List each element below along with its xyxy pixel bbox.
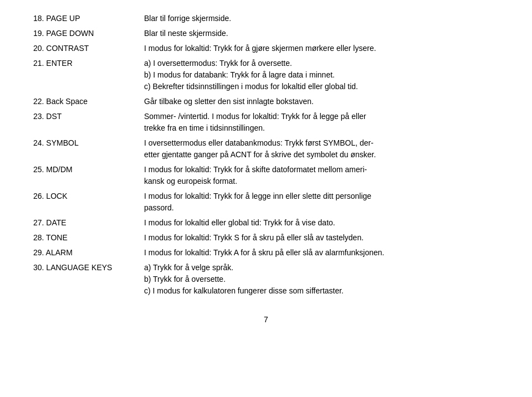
desc-cell: I modus for lokaltid: Trykk A for å skru… — [144, 245, 499, 260]
table-row: 28. TONEI modus for lokaltid: Trykk S fo… — [33, 230, 499, 245]
desc-cell: Sommer- /vintertid. I modus for lokaltid… — [144, 109, 499, 136]
table-row: 21. ENTERa) I oversettermodus: Trykk for… — [33, 56, 499, 94]
table-row: 27. DATEI modus for lokaltid eller globa… — [33, 215, 499, 230]
key-cell: 19. PAGE DOWN — [33, 26, 144, 41]
desc-cell: a) Trykk for å velge språk.b) Trykk for … — [144, 260, 499, 298]
desc-cell: Blar til neste skjermside. — [144, 26, 499, 41]
page-number: 7 — [33, 315, 499, 324]
key-cell: 23. DST — [33, 109, 144, 136]
key-cell: 22. Back Space — [33, 94, 144, 109]
desc-cell: I oversettermodus eller databankmodus: T… — [144, 136, 499, 162]
key-cell: 29. ALARM — [33, 245, 144, 260]
key-cell: 26. LOCK — [33, 189, 144, 215]
desc-cell: Blar til forrige skjermside. — [144, 11, 499, 26]
table-row: 19. PAGE DOWNBlar til neste skjermside. — [33, 26, 499, 41]
key-cell: 28. TONE — [33, 230, 144, 245]
key-cell: 25. MD/DM — [33, 162, 144, 189]
key-cell: 20. CONTRAST — [33, 41, 144, 56]
table-row: 20. CONTRASTI modus for lokaltid: Trykk … — [33, 41, 499, 56]
desc-cell: I modus for lokaltid: Trykk for å legge … — [144, 189, 499, 215]
desc-cell: Går tilbake og sletter den sist innlagte… — [144, 94, 499, 109]
key-cell: 18. PAGE UP — [33, 11, 144, 26]
key-cell: 30. LANGUAGE KEYS — [33, 260, 144, 298]
table-row: 22. Back SpaceGår tilbake og sletter den… — [33, 94, 499, 109]
desc-cell: I modus for lokaltid: Trykk for å skifte… — [144, 162, 499, 189]
desc-cell: I modus for lokaltid: Trykk S for å skru… — [144, 230, 499, 245]
table-row: 29. ALARMI modus for lokaltid: Trykk A f… — [33, 245, 499, 260]
desc-cell: I modus for lokaltid: Trykk for å gjøre … — [144, 41, 499, 56]
table-row: 26. LOCKI modus for lokaltid: Trykk for … — [33, 189, 499, 215]
main-content-table: 18. PAGE UPBlar til forrige skjermside.1… — [33, 11, 499, 298]
key-cell: 27. DATE — [33, 215, 144, 230]
table-row: 23. DSTSommer- /vintertid. I modus for l… — [33, 109, 499, 136]
key-cell: 24. SYMBOL — [33, 136, 144, 162]
desc-cell: a) I oversettermodus: Trykk for å overse… — [144, 56, 499, 94]
table-row: 18. PAGE UPBlar til forrige skjermside. — [33, 11, 499, 26]
table-row: 30. LANGUAGE KEYSa) Trykk for å velge sp… — [33, 260, 499, 298]
key-cell: 21. ENTER — [33, 56, 144, 94]
table-row: 24. SYMBOLI oversettermodus eller databa… — [33, 136, 499, 162]
table-row: 25. MD/DMI modus for lokaltid: Trykk for… — [33, 162, 499, 189]
desc-cell: I modus for lokaltid eller global tid: T… — [144, 215, 499, 230]
